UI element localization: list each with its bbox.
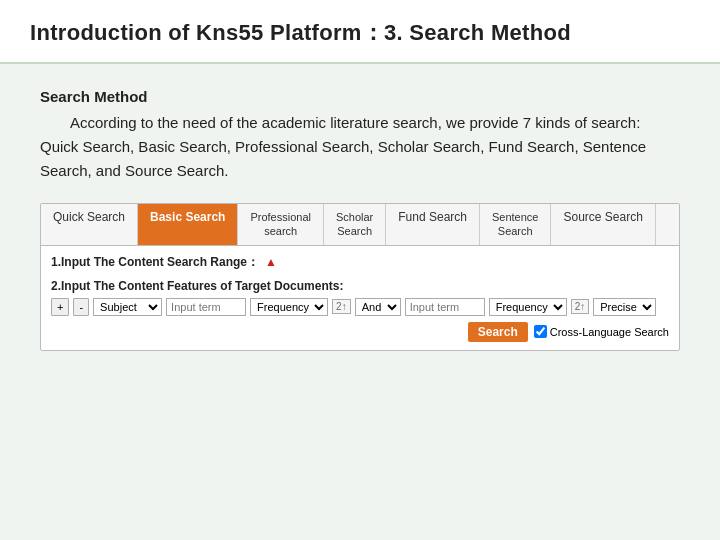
tab-scholar-search[interactable]: Scholar Search <box>324 204 386 245</box>
slide: Introduction of Kns55 Platform：3. Search… <box>0 0 720 540</box>
frequency-select-2[interactable]: Frequency >=1 >=2 <box>489 298 567 316</box>
search-controls-row: + - Subject Title Author Keyword <box>51 298 669 316</box>
and-select[interactable]: And Or Not <box>355 298 401 316</box>
section-body: According to the need of the academic li… <box>40 111 680 183</box>
search-tabs: Quick Search Basic Search Professional s… <box>41 204 679 246</box>
freq-range-2: 2↑ <box>571 299 590 314</box>
search-row-1: 1.Input The Content Search Range： ▲ <box>51 254 669 271</box>
section-title: Search Method <box>40 88 680 105</box>
content-area: Search Method According to the need of t… <box>0 64 720 371</box>
search-body: 1.Input The Content Search Range： ▲ 2.In… <box>41 246 679 350</box>
cross-language-label[interactable]: Cross-Language Search <box>534 325 669 338</box>
search-controls: + - Subject Title Author Keyword <box>51 298 656 316</box>
subject-select[interactable]: Subject Title Author Keyword <box>93 298 162 316</box>
cross-language-text: Cross-Language Search <box>550 326 669 338</box>
search-button[interactable]: Search <box>468 322 528 342</box>
tab-fund-search[interactable]: Fund Search <box>386 204 480 245</box>
cross-language-checkbox[interactable] <box>534 325 547 338</box>
input-term-2[interactable] <box>405 298 485 316</box>
search-bottom-row: Search Cross-Language Search <box>51 322 669 342</box>
tab-quick-search[interactable]: Quick Search <box>41 204 138 245</box>
page-title: Introduction of Kns55 Platform：3. Search… <box>30 20 571 45</box>
remove-row-button[interactable]: - <box>73 298 89 316</box>
row2-label: 2.Input The Content Features of Target D… <box>51 279 343 293</box>
tab-basic-search[interactable]: Basic Search <box>138 204 238 245</box>
search-row-2-label: 2.Input The Content Features of Target D… <box>51 279 669 293</box>
tab-source-search[interactable]: Source Search <box>551 204 655 245</box>
header: Introduction of Kns55 Platform：3. Search… <box>0 0 720 64</box>
input-term-1[interactable] <box>166 298 246 316</box>
precise-select[interactable]: Precise Fuzzy <box>593 298 656 316</box>
search-ui-box: Quick Search Basic Search Professional s… <box>40 203 680 351</box>
row1-label: 1.Input The Content Search Range： <box>51 254 259 271</box>
frequency-select-1[interactable]: Frequency >=1 >=2 <box>250 298 328 316</box>
row1-indicator: ▲ <box>265 255 277 269</box>
add-row-button[interactable]: + <box>51 298 69 316</box>
tab-sentence-search[interactable]: Sentence Search <box>480 204 551 245</box>
freq-range-1: 2↑ <box>332 299 351 314</box>
tab-professional-search[interactable]: Professional search <box>238 204 324 245</box>
